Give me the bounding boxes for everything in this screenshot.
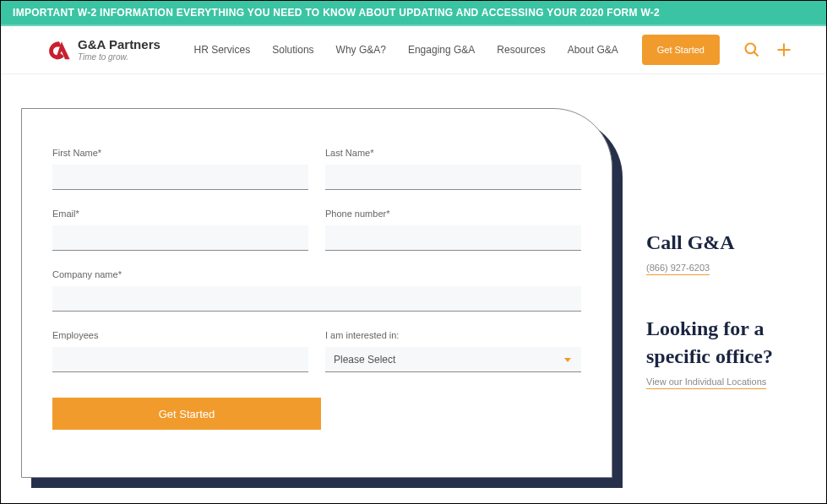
site-header: G&A Partners Time to grow. HR Services S… <box>1 26 826 74</box>
first-name-input[interactable] <box>52 165 308 190</box>
main-nav: HR Services Solutions Why G&A? Engaging … <box>194 44 618 56</box>
interest-label: I am interested in: <box>325 330 581 340</box>
last-name-input[interactable] <box>325 165 581 190</box>
svg-line-1 <box>754 52 759 57</box>
announcement-banner[interactable]: IMPORTANT W-2 INFORMATION EVERYTHING YOU… <box>1 1 826 26</box>
svg-point-0 <box>746 44 756 54</box>
first-name-label: First Name* <box>52 148 308 158</box>
employees-label: Employees <box>52 330 308 340</box>
call-heading: Call G&A <box>646 231 773 254</box>
employees-input[interactable] <box>52 347 308 372</box>
last-name-label: Last Name* <box>325 148 581 158</box>
contact-form-card: First Name* Last Name* Email* Phone numb… <box>21 108 612 478</box>
locations-link[interactable]: View our Individual Locations <box>646 377 766 389</box>
announcement-text: IMPORTANT W-2 INFORMATION EVERYTHING YOU… <box>13 7 660 19</box>
nav-solutions[interactable]: Solutions <box>272 44 313 56</box>
logo[interactable]: G&A Partners Time to grow. <box>47 38 161 62</box>
interest-select[interactable]: Please Select <box>325 347 581 372</box>
phone-label: Phone number* <box>325 209 581 219</box>
logo-name: G&A Partners <box>78 38 161 52</box>
company-input[interactable] <box>52 286 581 312</box>
nav-about-ga[interactable]: About G&A <box>568 44 618 56</box>
search-icon[interactable] <box>743 41 760 58</box>
nav-hr-services[interactable]: HR Services <box>194 44 251 56</box>
company-label: Company name* <box>52 269 581 279</box>
phone-input[interactable] <box>325 225 581 251</box>
nav-engaging-ga[interactable]: Engaging G&A <box>408 44 475 56</box>
logo-tagline: Time to grow. <box>78 52 161 62</box>
submit-button[interactable]: Get Started <box>52 398 321 430</box>
office-heading-line2: specific office? <box>646 345 773 368</box>
office-heading-line1: Looking for a <box>646 317 773 340</box>
sidebar: Call G&A (866) 927-6203 Looking for a sp… <box>646 108 773 478</box>
get-started-button[interactable]: Get Started <box>642 35 720 65</box>
nav-why-ga[interactable]: Why G&A? <box>336 44 386 56</box>
nav-resources[interactable]: Resources <box>497 44 545 56</box>
call-phone-link[interactable]: (866) 927-6203 <box>646 263 710 275</box>
logo-icon <box>47 39 71 61</box>
email-label: Email* <box>52 209 308 219</box>
email-input[interactable] <box>52 225 308 251</box>
plus-icon[interactable] <box>775 41 792 58</box>
